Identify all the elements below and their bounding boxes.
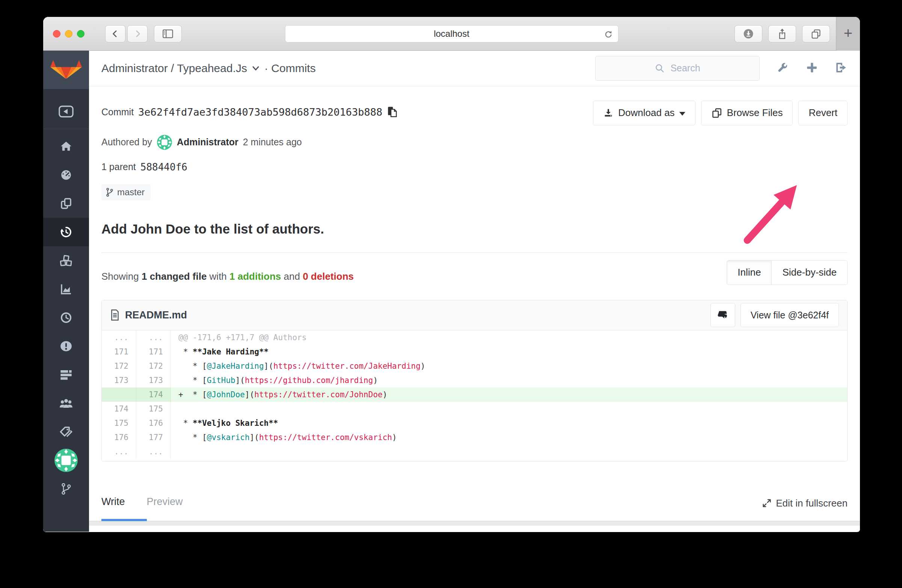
old-line-number[interactable]: [102, 388, 136, 402]
diff-code-line: * [@vskarich](https://twitter.com/vskari…: [171, 430, 847, 444]
file-icon: [110, 309, 120, 321]
file-title[interactable]: README.md: [110, 309, 187, 321]
sidebar-item-projects[interactable]: [43, 189, 89, 218]
diff-code-line: * **Jake Harding**: [171, 345, 847, 359]
admin-wrench-button[interactable]: [776, 61, 789, 75]
chevron-down-icon[interactable]: [252, 65, 260, 71]
sidebar-item-time[interactable]: [43, 303, 89, 332]
reload-button[interactable]: [603, 29, 614, 41]
new-line-number[interactable]: 174: [136, 388, 171, 402]
main-content: Administrator / Typeahead.Js · Commits S…: [89, 51, 860, 532]
diff-row: ... ... @@ -171,6 +171,7 @@ Authors: [102, 330, 847, 345]
parent-line: 1 parent 588440f6: [102, 161, 847, 173]
home-icon: [60, 140, 73, 153]
tab-preview[interactable]: Preview: [147, 496, 194, 521]
side-by-side-toggle[interactable]: Side-by-side: [772, 261, 847, 285]
forward-button[interactable]: [127, 25, 147, 42]
close-icon[interactable]: [53, 30, 61, 38]
deletions-count: 0 deletions: [303, 271, 354, 282]
share-button[interactable]: [768, 25, 796, 42]
toolbar-right-buttons: [734, 25, 830, 42]
sidebar-item-issues[interactable]: [43, 332, 89, 360]
additions-count: 1 additions: [229, 271, 281, 282]
new-line-number[interactable]: ...: [136, 330, 171, 345]
gitlab-fox-icon: [50, 60, 82, 80]
new-line-number[interactable]: 177: [136, 430, 171, 444]
old-line-number[interactable]: 174: [102, 402, 136, 416]
address-bar[interactable]: localhost: [285, 25, 619, 42]
diff-code-line: * **Veljko Skarich**: [171, 416, 847, 430]
comment-button[interactable]: [711, 303, 735, 327]
sign-out-icon: [835, 61, 847, 74]
edit-fullscreen-link[interactable]: Edit in fullscreen: [761, 497, 847, 509]
file-name: README.md: [125, 310, 187, 321]
inline-toggle[interactable]: Inline: [727, 261, 772, 285]
revert-button[interactable]: Revert: [799, 101, 847, 125]
diff-row: ... ...: [102, 444, 847, 459]
tag-icon: [60, 426, 73, 438]
download-as-button[interactable]: Download as: [593, 101, 695, 125]
gitlab-logo[interactable]: [43, 51, 89, 89]
new-tab-icon: +: [844, 25, 852, 42]
downloads-button[interactable]: [734, 25, 762, 42]
tab-overview-icon: [810, 28, 822, 39]
diff-row: 173 173 * [GitHub](https://github.com/jh…: [102, 373, 847, 388]
sidebar-toggle-button[interactable]: [154, 25, 182, 42]
old-line-number[interactable]: 171: [102, 345, 136, 359]
author-name[interactable]: Administrator: [177, 137, 238, 147]
search-input[interactable]: Search: [595, 56, 759, 81]
old-line-number[interactable]: 172: [102, 359, 136, 373]
sidebar-item-collapse[interactable]: [43, 97, 89, 126]
commit-area: Commit 3e62f4fd7ae3fd384073ab598d6873b20…: [89, 86, 860, 521]
wrench-icon: [776, 61, 789, 74]
browse-files-button[interactable]: Browse Files: [701, 101, 793, 125]
cubes-icon: [59, 254, 73, 267]
zoom-icon[interactable]: [77, 30, 85, 38]
area-chart-icon: [60, 283, 73, 296]
sidebar-item-dashboard[interactable]: [43, 161, 89, 189]
sign-out-button[interactable]: [835, 61, 847, 75]
old-line-number[interactable]: 173: [102, 373, 136, 388]
old-line-number[interactable]: 176: [102, 430, 136, 444]
old-line-number[interactable]: 175: [102, 416, 136, 430]
project-title[interactable]: Administrator / Typeahead.Js: [102, 62, 247, 75]
sidebar-item-history[interactable]: [43, 218, 89, 246]
sidebar-item-profile[interactable]: [43, 446, 89, 475]
diff-view-toggle: Inline Side-by-side: [727, 260, 847, 285]
new-line-number[interactable]: 172: [136, 359, 171, 373]
back-button[interactable]: [105, 25, 125, 42]
gitlab-sidebar: [43, 51, 89, 532]
sidebar-item-merge-requests[interactable]: [43, 360, 89, 389]
list-icon: [59, 369, 73, 381]
new-line-number[interactable]: 176: [136, 416, 171, 430]
diff-row: 175 176 * **Veljko Skarich**: [102, 416, 847, 430]
plus-icon: [805, 61, 818, 74]
sidebar-item-analytics[interactable]: [43, 275, 89, 303]
new-project-button[interactable]: [805, 61, 818, 75]
author-avatar[interactable]: [157, 134, 172, 150]
share-icon: [777, 28, 788, 39]
sidebar-item-home[interactable]: [43, 132, 89, 161]
old-line-number[interactable]: ...: [102, 330, 136, 345]
sidebar-item-packages[interactable]: [43, 246, 89, 275]
commit-title: Add John Doe to the list of authors.: [102, 222, 847, 236]
divider: [102, 252, 847, 253]
forward-icon: [133, 29, 143, 39]
tab-write[interactable]: Write: [102, 496, 147, 521]
branch-icon: [105, 187, 114, 197]
minimize-icon[interactable]: [65, 30, 72, 38]
new-line-number[interactable]: 175: [136, 402, 171, 416]
old-line-number[interactable]: ...: [102, 444, 136, 459]
new-tab-button[interactable]: +: [836, 17, 860, 51]
new-line-number[interactable]: ...: [136, 444, 171, 459]
new-line-number[interactable]: 171: [136, 345, 171, 359]
tab-overview-button[interactable]: [802, 25, 830, 42]
sidebar-item-labels[interactable]: [43, 418, 89, 446]
copy-sha-icon[interactable]: [387, 106, 398, 119]
sidebar-item-members[interactable]: [43, 389, 89, 418]
branch-badge[interactable]: master: [102, 184, 150, 200]
parent-sha-link[interactable]: 588440f6: [141, 161, 187, 173]
view-file-button[interactable]: View file @3e62f4f: [741, 303, 839, 327]
sidebar-item-branches[interactable]: [43, 475, 89, 503]
new-line-number[interactable]: 173: [136, 373, 171, 388]
